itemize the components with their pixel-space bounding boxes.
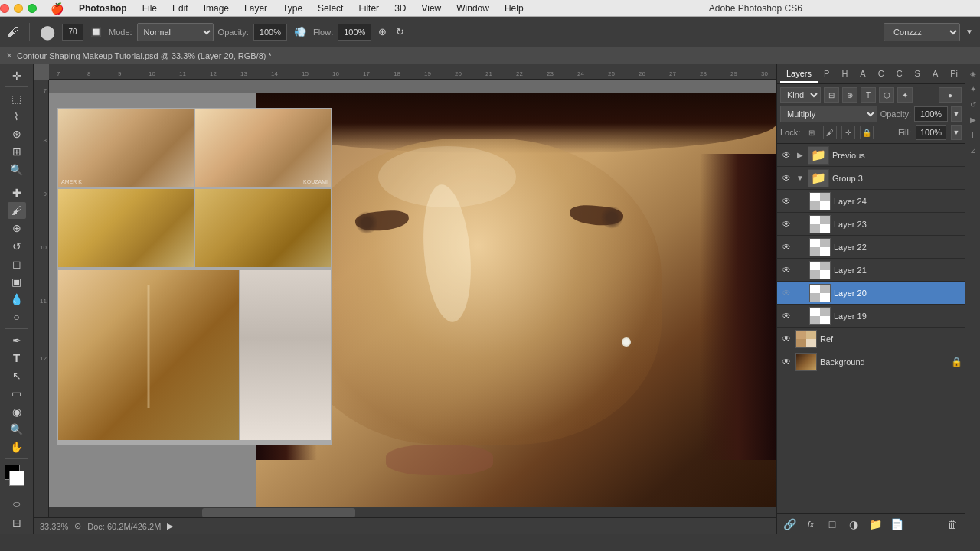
marquee-tool[interactable]: ⬚ — [8, 90, 26, 106]
layer-item-background[interactable]: 👁 Background 🔒 — [777, 350, 965, 373]
tab-pi[interactable]: Pi — [944, 66, 964, 83]
lock-position-btn[interactable]: ✛ — [841, 126, 855, 139]
menu-type[interactable]: Type — [275, 0, 310, 16]
layer-item-20[interactable]: 👁 Layer 20 — [777, 282, 965, 305]
layer-eye-ref[interactable]: 👁 — [780, 333, 792, 345]
edge-actions-btn[interactable]: ▶ — [967, 113, 979, 126]
link-layers-btn[interactable]: 🔗 — [782, 517, 797, 532]
edge-fx-btn[interactable]: ✦ — [967, 83, 979, 95]
menu-3d[interactable]: 3D — [387, 0, 413, 16]
move-tool[interactable]: ✛ — [8, 67, 26, 83]
lasso-tool[interactable]: ⌇ — [8, 108, 26, 124]
menu-select[interactable]: Select — [310, 0, 351, 16]
document-close-icon[interactable]: ✕ — [6, 51, 12, 60]
hand-tool[interactable]: ✋ — [8, 439, 26, 455]
layer-eye-group3[interactable]: 👁 — [780, 172, 792, 184]
layer-item-19[interactable]: 👁 Layer 19 — [777, 305, 965, 328]
opacity-arrow[interactable]: ▼ — [951, 106, 962, 122]
text-tool[interactable]: T — [8, 350, 26, 366]
path-select-tool[interactable]: ↖ — [8, 367, 26, 383]
layer-eye-20[interactable]: 👁 — [780, 287, 792, 299]
preset-arrow-button[interactable]: ▼ — [963, 25, 975, 38]
canvas-viewport[interactable]: AMER K KOUZAMI — [49, 80, 776, 534]
layer-effects-btn[interactable]: fx — [803, 517, 818, 532]
layer-eye-24[interactable]: 👁 — [780, 195, 792, 207]
zoom-tool[interactable]: 🔍 — [8, 421, 26, 437]
layer-eye-background[interactable]: 👁 — [780, 356, 792, 368]
menu-image[interactable]: Image — [196, 0, 237, 16]
tab-c1[interactable]: C — [872, 66, 890, 83]
layer-item-23[interactable]: 👁 Layer 23 — [777, 213, 965, 236]
edge-history-btn[interactable]: ↺ — [967, 98, 979, 110]
layer-item-previous[interactable]: 👁 ▶ 📁 Previous — [777, 144, 965, 167]
play-button[interactable]: ▶ — [167, 521, 173, 531]
menu-file[interactable]: File — [135, 0, 165, 16]
pixel-filter-btn[interactable]: ⊟ — [824, 87, 839, 103]
brush-preset-picker[interactable]: ⬤ — [38, 21, 57, 43]
lock-transparent-btn[interactable]: ⊞ — [805, 126, 818, 139]
quick-select-tool[interactable]: ⊛ — [8, 126, 26, 142]
layer-item-22[interactable]: 👁 Layer 22 — [777, 236, 965, 259]
shape-tool[interactable]: ▭ — [8, 386, 26, 402]
history-brush-tool[interactable]: ↺ — [8, 238, 26, 254]
menu-edit[interactable]: Edit — [165, 0, 196, 16]
brush-tool[interactable]: 🖌 — [8, 202, 26, 218]
new-group-btn[interactable]: 📁 — [867, 517, 883, 532]
lock-paint-btn[interactable]: 🖌 — [823, 126, 837, 139]
angle-button[interactable]: ↻ — [394, 24, 407, 40]
tab-s[interactable]: S — [909, 66, 926, 83]
menu-window[interactable]: Window — [449, 0, 497, 16]
menu-photoshop[interactable]: Photoshop — [71, 0, 135, 16]
tab-p[interactable]: P — [818, 66, 835, 83]
eyedropper-tool[interactable]: 🔍 — [8, 161, 26, 178]
maximize-button[interactable] — [28, 4, 37, 13]
layer-eye-21[interactable]: 👁 — [780, 264, 792, 276]
close-button[interactable] — [0, 4, 9, 13]
mode-select[interactable]: Normal — [137, 23, 214, 41]
menu-layer[interactable]: Layer — [237, 0, 275, 16]
tablet-pressure-button[interactable]: ⊕ — [376, 24, 389, 40]
blur-tool[interactable]: 💧 — [8, 292, 26, 308]
menu-view[interactable]: View — [413, 0, 449, 16]
layer-arrow-previous[interactable]: ▶ — [795, 151, 805, 160]
brush-size-input[interactable]: 70 — [62, 24, 83, 41]
horizontal-scrollbar[interactable] — [49, 507, 776, 517]
menu-help[interactable]: Help — [497, 0, 531, 16]
edge-color-btn[interactable]: ◈ — [967, 67, 979, 80]
layer-arrow-group3[interactable]: ▼ — [795, 174, 805, 183]
crop-tool[interactable]: ⊞ — [8, 144, 26, 160]
add-mask-btn[interactable]: □ — [825, 517, 840, 532]
quick-mask-button[interactable]: ⬭ — [8, 495, 26, 511]
layer-item-21[interactable]: 👁 Layer 21 — [777, 259, 965, 282]
minimize-button[interactable] — [14, 4, 23, 13]
healing-brush-tool[interactable]: ✚ — [8, 184, 26, 201]
eraser-tool[interactable]: ◻ — [8, 256, 26, 272]
tab-a[interactable]: A — [854, 66, 871, 83]
type-filter-btn[interactable]: T — [861, 87, 876, 103]
dodge-tool[interactable]: ○ — [8, 309, 26, 325]
adjustment-layer-btn[interactable]: ◑ — [846, 517, 861, 532]
edge-path-btn[interactable]: ⊿ — [967, 144, 979, 156]
edge-type-btn[interactable]: T — [967, 129, 979, 141]
filter-toggle-btn[interactable]: ● — [939, 87, 962, 103]
opacity-input[interactable] — [914, 106, 948, 122]
lock-all-btn[interactable]: 🔒 — [860, 126, 874, 139]
layer-item-group3[interactable]: 👁 ▼ 📁 Group 3 — [777, 167, 965, 190]
background-color[interactable] — [9, 471, 24, 486]
screen-mode-button[interactable]: ⊟ — [8, 515, 26, 531]
shape-filter-btn[interactable]: ⬡ — [879, 87, 894, 103]
delete-layer-btn[interactable]: 🗑 — [945, 517, 960, 532]
flow-input[interactable] — [338, 24, 371, 41]
tab-a2[interactable]: A — [926, 66, 944, 83]
brush-options-button[interactable]: 🔲 — [88, 24, 104, 40]
layer-eye-23[interactable]: 👁 — [780, 218, 792, 230]
menu-filter[interactable]: Filter — [351, 0, 387, 16]
smart-filter-btn[interactable]: ✦ — [897, 87, 913, 103]
opacity-input[interactable] — [253, 24, 287, 41]
tab-h[interactable]: H — [835, 66, 854, 83]
blend-mode-select[interactable]: Multiply — [780, 106, 877, 122]
h-scroll-thumb[interactable] — [202, 508, 355, 517]
airbrush-button[interactable]: 💨 — [292, 24, 309, 40]
pen-tool[interactable]: ✒ — [8, 332, 26, 348]
fill-arrow[interactable]: ▼ — [951, 125, 962, 140]
